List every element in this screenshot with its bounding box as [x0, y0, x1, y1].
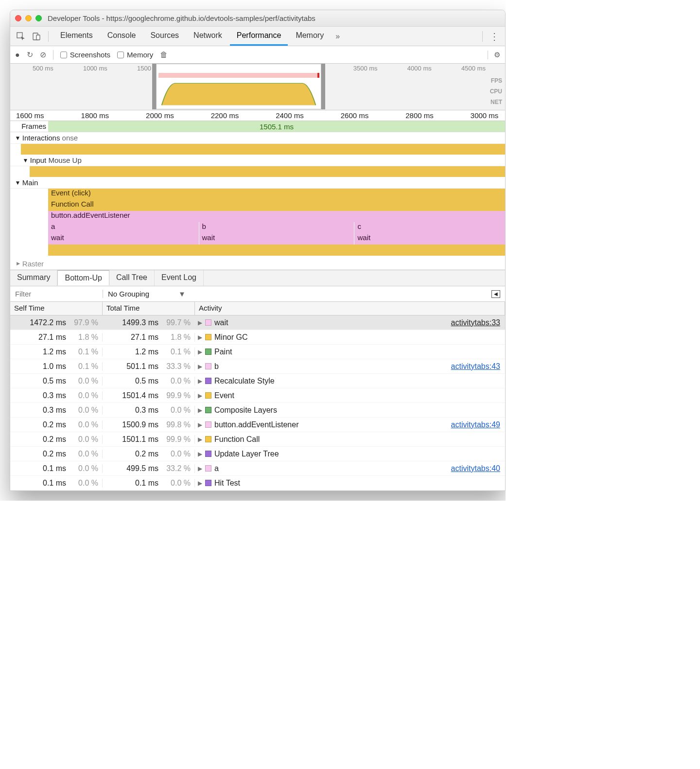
activity-swatch — [205, 480, 211, 486]
input-bar[interactable] — [30, 166, 505, 177]
devtools-window: Developer Tools - https://googlechrome.g… — [10, 10, 506, 491]
flame-cell[interactable] — [48, 245, 505, 256]
table-row[interactable]: 0.2 ms0.0 %1501.1 ms99.9 %▶Function Call — [10, 432, 505, 447]
clear-icon[interactable]: ⊘ — [40, 50, 46, 59]
interactions-header[interactable]: ▼Interactions onse — [10, 132, 505, 144]
frames-track: Frames 1505.1 ms — [10, 121, 505, 132]
trash-icon[interactable]: 🗑 — [160, 51, 168, 59]
btab-bottom-up[interactable]: Bottom-Up — [57, 270, 109, 285]
activity-swatch — [205, 319, 211, 326]
tab-sources[interactable]: Sources — [143, 27, 186, 46]
col-self[interactable]: Self Time — [10, 302, 103, 315]
table-row[interactable]: 1.0 ms0.1 %501.1 ms33.3 %▶bactivitytabs:… — [10, 359, 505, 374]
table-row[interactable]: 1.2 ms0.1 %1.2 ms0.1 %▶Paint — [10, 345, 505, 359]
activity-swatch — [205, 392, 211, 399]
timeline-ruler[interactable]: 1600 ms1800 ms2000 ms2200 ms2400 ms2600 … — [10, 110, 505, 121]
flame-cell[interactable]: Event (click) — [48, 189, 505, 200]
zoom-icon[interactable] — [35, 15, 42, 21]
overview-handle-right[interactable] — [321, 64, 325, 109]
cpu-graph — [158, 81, 319, 107]
overview-handle-left[interactable] — [152, 64, 156, 109]
activity-name: wait — [214, 318, 228, 327]
table-row[interactable]: 1472.2 ms97.9 %1499.3 ms99.7 %▶waitactiv… — [10, 315, 505, 330]
overview-window[interactable] — [156, 64, 321, 109]
source-link[interactable]: activitytabs:40 — [451, 464, 500, 473]
frames-label: Frames — [10, 121, 48, 132]
col-activity[interactable]: Activity — [195, 302, 505, 315]
collapse-icon[interactable]: ◀ — [491, 290, 500, 298]
table-body: 1472.2 ms97.9 %1499.3 ms99.7 %▶waitactiv… — [10, 315, 505, 490]
gear-icon[interactable]: ⚙ — [488, 51, 500, 59]
filter-input[interactable] — [10, 287, 103, 301]
flame-cell[interactable]: wait — [48, 233, 199, 245]
tab-network[interactable]: Network — [187, 27, 229, 46]
flame-cell[interactable]: c — [354, 222, 505, 233]
window-title: Developer Tools - https://googlechrome.g… — [48, 14, 315, 22]
flame-cell[interactable]: wait — [199, 233, 354, 245]
interaction-bar[interactable] — [21, 144, 505, 155]
tab-performance[interactable]: Performance — [230, 27, 288, 46]
memory-checkbox[interactable]: Memory — [117, 51, 153, 59]
flame-cell[interactable]: a — [48, 222, 199, 233]
table-row[interactable]: 0.1 ms0.0 %499.5 ms33.2 %▶aactivitytabs:… — [10, 461, 505, 476]
traffic-lights — [15, 15, 42, 21]
overview-pane[interactable]: 500 ms1000 ms1500 ms2000 ms2500 ms3000 m… — [10, 64, 505, 110]
grouping-select[interactable]: No Grouping▼ — [103, 290, 191, 298]
table-row[interactable]: 0.2 ms0.0 %1500.9 ms99.8 %▶button.addEve… — [10, 418, 505, 432]
flame-cell[interactable]: wait — [354, 233, 505, 245]
activity-swatch — [205, 363, 211, 369]
activity-name: Paint — [214, 348, 232, 356]
table-row[interactable]: 0.1 ms0.0 %0.1 ms0.0 %▶Hit Test — [10, 476, 505, 490]
flame-cell[interactable]: b — [199, 222, 354, 233]
table-header: Self Time Total Time Activity — [10, 302, 505, 315]
activity-name: button.addEventListener — [214, 420, 298, 429]
table-row[interactable]: 0.3 ms0.0 %1501.4 ms99.9 %▶Event — [10, 388, 505, 403]
activity-name: Function Call — [214, 435, 260, 444]
table-row[interactable]: 0.3 ms0.0 %0.3 ms0.0 %▶Composite Layers — [10, 403, 505, 418]
inspect-icon[interactable] — [14, 30, 28, 43]
device-icon[interactable] — [30, 30, 43, 43]
menu-icon[interactable]: ⋮ — [488, 31, 501, 42]
tab-memory[interactable]: Memory — [289, 27, 331, 46]
close-icon[interactable] — [15, 15, 21, 21]
flame-chart[interactable]: Event (click)Function Callbutton.addEven… — [48, 189, 505, 256]
btab-event-log[interactable]: Event Log — [155, 270, 204, 286]
minimize-icon[interactable] — [25, 15, 32, 21]
activity-name: Minor GC — [214, 333, 247, 342]
tab-elements[interactable]: Elements — [53, 27, 100, 46]
table-row[interactable]: 0.2 ms0.0 %0.2 ms0.0 %▶Update Layer Tree — [10, 447, 505, 461]
source-link[interactable]: activitytabs:49 — [451, 420, 500, 429]
raster-header[interactable]: ▼Raster — [10, 256, 505, 270]
screenshots-label: Screenshots — [70, 51, 110, 59]
flame-cell[interactable]: button.addEventListener — [48, 211, 505, 222]
frame-bar[interactable]: 1505.1 ms — [48, 121, 505, 132]
main-header[interactable]: ▼Main — [10, 177, 505, 189]
activity-swatch — [205, 436, 211, 442]
flame-cell[interactable]: Function Call — [48, 200, 505, 211]
source-link[interactable]: activitytabs:43 — [451, 362, 500, 371]
tab-console[interactable]: Console — [101, 27, 143, 46]
overflow-icon[interactable]: » — [332, 32, 343, 41]
titlebar: Developer Tools - https://googlechrome.g… — [10, 10, 505, 27]
main-tabbar: ElementsConsoleSourcesNetworkPerformance… — [10, 27, 505, 46]
source-link[interactable]: activitytabs:33 — [451, 318, 500, 327]
svg-rect-2 — [36, 35, 40, 40]
btab-call-tree[interactable]: Call Tree — [109, 270, 155, 286]
activity-swatch — [205, 334, 211, 340]
activity-swatch — [205, 378, 211, 384]
activity-name: Hit Test — [214, 479, 240, 488]
input-header[interactable]: ▼Input Mouse Up — [10, 155, 505, 166]
col-total[interactable]: Total Time — [103, 302, 195, 315]
reload-icon[interactable]: ↻ — [27, 50, 33, 59]
table-row[interactable]: 27.1 ms1.8 %27.1 ms1.8 %▶Minor GC — [10, 330, 505, 345]
screenshots-checkbox[interactable]: Screenshots — [60, 51, 110, 59]
activity-name: Composite Layers — [214, 406, 277, 415]
activity-swatch — [205, 451, 211, 457]
activity-swatch — [205, 407, 211, 413]
record-icon[interactable]: ● — [15, 51, 20, 59]
activity-name: Recalculate Style — [214, 377, 275, 385]
activity-name: Event — [214, 391, 234, 400]
table-row[interactable]: 0.5 ms0.0 %0.5 ms0.0 %▶Recalculate Style — [10, 374, 505, 388]
btab-summary[interactable]: Summary — [10, 270, 57, 286]
filter-row: No Grouping▼ ◀ — [10, 286, 505, 302]
